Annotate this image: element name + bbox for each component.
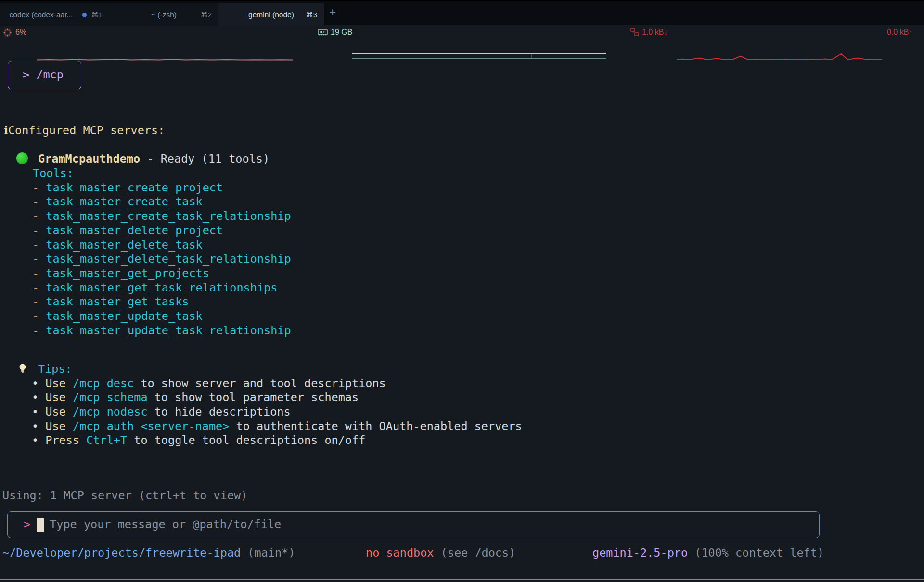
lightbulb-icon <box>18 362 28 377</box>
tool-name: task_master_create_task_relationship <box>46 209 291 223</box>
tool-list-item: - task_master_create_task <box>0 195 291 209</box>
context-remaining: (100% context left) <box>694 546 824 559</box>
server-row: GramMcpauthdemo - Ready (11 tools) <box>0 152 291 166</box>
network-download-rate: 1.0 kB↓ <box>642 28 667 37</box>
tool-list-item: - task_master_get_task_relationships <box>0 281 291 295</box>
tool-name: task_master_get_tasks <box>46 295 189 308</box>
model-status: gemini-2.5-pro (100% context left) <box>592 546 824 560</box>
server-name: GramMcpauthdemo <box>38 152 140 165</box>
cpu-percent: 6% <box>15 28 26 37</box>
tip-item: • Use /mcp nodesc to hide descriptions <box>0 405 522 419</box>
command-text: /mcp <box>36 68 64 81</box>
tool-list-item: - task_master_delete_task <box>0 238 291 253</box>
tab-shortcut: ⌘2 <box>201 11 212 19</box>
tool-list-item: - task_master_create_task_relationship <box>0 209 291 224</box>
command-echo-box: > /mcp <box>8 61 81 89</box>
tips-section: Tips: • Use /mcp desc to show server and… <box>0 362 522 448</box>
tool-list-item: - task_master_get_tasks <box>0 295 291 309</box>
network-upload-rate: 0.0 kB↑ <box>887 28 912 37</box>
model-name: gemini-2.5-pro <box>592 546 688 559</box>
tool-list-item: - task_master_create_project <box>0 181 291 195</box>
working-directory: ~/Developer/projects/freewrite-ipad (mai… <box>2 546 295 560</box>
tool-list-item: - task_master_delete_task_relationship <box>0 252 291 266</box>
tip-item: • Use /mcp auth <server-name> to authent… <box>0 419 522 434</box>
tab-shortcut: ⌘1 <box>91 11 103 19</box>
tool-name: task_master_create_project <box>46 181 223 194</box>
activity-dot-icon <box>82 13 87 17</box>
mcp-output: ℹConfigured MCP servers: GramMcpauthdemo… <box>0 124 291 338</box>
server-status-green-dot-icon <box>16 152 28 164</box>
mcp-summary: Using: 1 MCP server (ctrl+t to view) <box>2 489 247 503</box>
network-status: 1.0 kB↓ <box>630 25 667 39</box>
directory-path: ~/Developer/projects/freewrite-ipad <box>2 546 241 559</box>
network-upload: 0.0 kB↑ <box>887 25 912 39</box>
memory-icon <box>318 28 328 37</box>
servers-header: ℹConfigured MCP servers: <box>0 124 291 138</box>
server-status: - Ready (11 tools) <box>147 152 270 165</box>
tool-name: task_master_update_task_relationship <box>46 324 291 337</box>
tab-codex[interactable]: codex (codex-aar... ⌘1 <box>0 3 109 26</box>
network-icon <box>630 28 639 37</box>
info-icon: ℹ <box>4 124 8 137</box>
message-input[interactable]: >Type your message or @path/to/file <box>7 511 820 538</box>
system-status-bar: 6% 19 GB 1.0 kB↓ <box>0 25 924 39</box>
memory-amount: 19 GB <box>331 28 352 37</box>
network-sparkline <box>677 52 882 62</box>
tab-zsh[interactable]: ~ (-zsh) ⌘2 <box>109 3 218 26</box>
command-prompt-char: > <box>23 68 29 81</box>
tool-name: task_master_delete_task <box>46 238 202 252</box>
tool-name: task_master_create_task <box>46 195 202 208</box>
memory-status: 19 GB <box>318 25 352 39</box>
git-branch: (main*) <box>247 546 295 559</box>
cpu-status: 6% <box>3 25 26 39</box>
tab-gemini-active[interactable]: gemini (node) ⌘3 <box>218 3 324 26</box>
bottom-divider <box>0 579 924 580</box>
tool-name: task_master_get_task_relationships <box>46 281 277 294</box>
new-tab-button[interactable]: + <box>325 5 340 20</box>
tool-list-item: - task_master_update_task <box>0 309 291 324</box>
tool-name: task_master_update_task <box>46 309 202 323</box>
memory-graph <box>352 52 606 63</box>
input-prompt-char: > <box>24 518 30 531</box>
tool-list-item: - task_master_get_projects <box>0 266 291 281</box>
tool-list-item: - task_master_update_task_relationship <box>0 324 291 338</box>
text-cursor <box>37 518 44 532</box>
tools-label: Tools: <box>0 166 291 181</box>
sandbox-label: no sandbox <box>366 546 434 559</box>
sandbox-status: no sandbox (see /docs) <box>366 546 515 560</box>
tip-item: • Press Ctrl+T to toggle tool descriptio… <box>0 433 522 448</box>
tab-shortcut: ⌘3 <box>306 11 317 19</box>
blank-line <box>0 138 291 152</box>
tips-header: Tips: <box>0 362 522 377</box>
sandbox-hint: (see /docs) <box>441 546 516 559</box>
tool-list-item: - task_master_delete_project <box>0 224 291 238</box>
tip-item: • Use /mcp schema to show tool parameter… <box>0 391 522 405</box>
tool-name: task_master_delete_project <box>46 224 223 237</box>
tip-item: • Use /mcp desc to show server and tool … <box>0 377 522 391</box>
input-placeholder: Type your message or @path/to/file <box>50 518 281 531</box>
cpu-icon <box>3 28 12 37</box>
tool-name: task_master_get_projects <box>46 266 209 280</box>
tab-bar: codex (codex-aar... ⌘1 ~ (-zsh) ⌘2 gemin… <box>0 0 924 25</box>
tool-name: task_master_delete_task_relationship <box>46 252 291 266</box>
